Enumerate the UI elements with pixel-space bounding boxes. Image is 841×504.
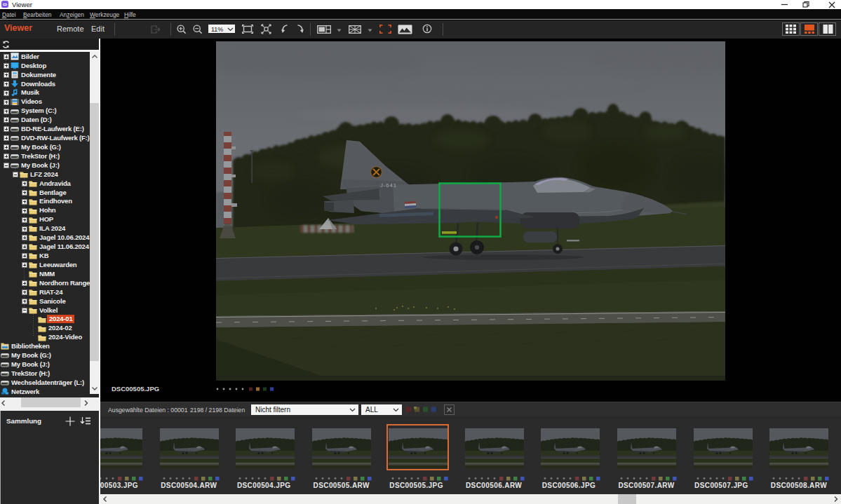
svg-text:J-641: J-641 [380,182,397,189]
